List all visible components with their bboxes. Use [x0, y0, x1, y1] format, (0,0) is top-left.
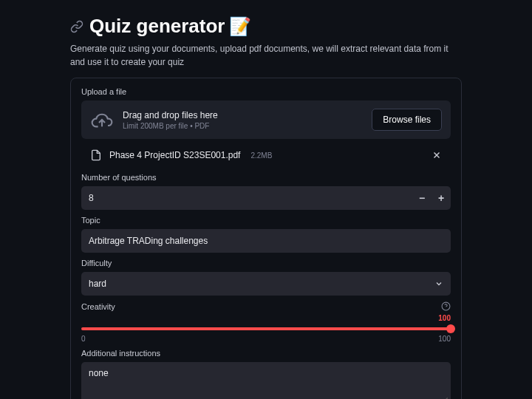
- cloud-upload-icon: [90, 108, 114, 132]
- page-title: Quiz generator 📝: [89, 15, 251, 38]
- slider-thumb[interactable]: [446, 324, 455, 333]
- difficulty-select[interactable]: hard: [81, 272, 451, 296]
- slider-max: 100: [438, 335, 451, 343]
- help-icon[interactable]: [441, 301, 451, 311]
- link-icon: [70, 20, 83, 33]
- slider-min: 0: [81, 335, 86, 343]
- chevron-down-icon: [434, 279, 443, 288]
- dropzone-text: Drag and drop files here: [123, 110, 363, 120]
- increment-button[interactable]: +: [432, 186, 451, 210]
- remove-file-button[interactable]: [432, 150, 442, 160]
- memo-emoji: 📝: [229, 16, 251, 37]
- instructions-textarea[interactable]: none: [81, 362, 451, 399]
- upload-label: Upload a file: [81, 87, 451, 96]
- file-icon: [90, 149, 102, 161]
- questions-label: Number of questions: [81, 173, 451, 182]
- questions-stepper[interactable]: 8 − +: [81, 186, 451, 210]
- questions-value: 8: [81, 193, 412, 203]
- topic-input[interactable]: [81, 229, 451, 253]
- topic-label: Topic: [81, 216, 451, 225]
- difficulty-value: hard: [89, 279, 106, 289]
- file-name: Phase 4 ProjectID S23SE001.pdf: [109, 150, 240, 160]
- difficulty-label: Difficulty: [81, 259, 451, 267]
- instructions-label: Additional instructions: [81, 349, 451, 358]
- slider-track[interactable]: [81, 327, 451, 330]
- page-subtitle: Generate quiz using your documents, uplo…: [70, 42, 462, 69]
- dropzone-limit: Limit 200MB per file • PDF: [123, 122, 363, 130]
- decrement-button[interactable]: −: [412, 186, 432, 210]
- slider-value-label: 100: [438, 314, 451, 322]
- creativity-label: Creativity: [81, 302, 115, 311]
- file-size: 2.2MB: [250, 151, 272, 160]
- form-card: Upload a file Drag and drop files here L…: [70, 78, 462, 399]
- creativity-slider[interactable]: 100 0 100: [81, 316, 451, 343]
- uploaded-file-row: Phase 4 ProjectID S23SE001.pdf 2.2MB: [81, 143, 451, 167]
- browse-files-button[interactable]: Browse files: [372, 109, 442, 131]
- file-dropzone[interactable]: Drag and drop files here Limit 200MB per…: [81, 100, 451, 139]
